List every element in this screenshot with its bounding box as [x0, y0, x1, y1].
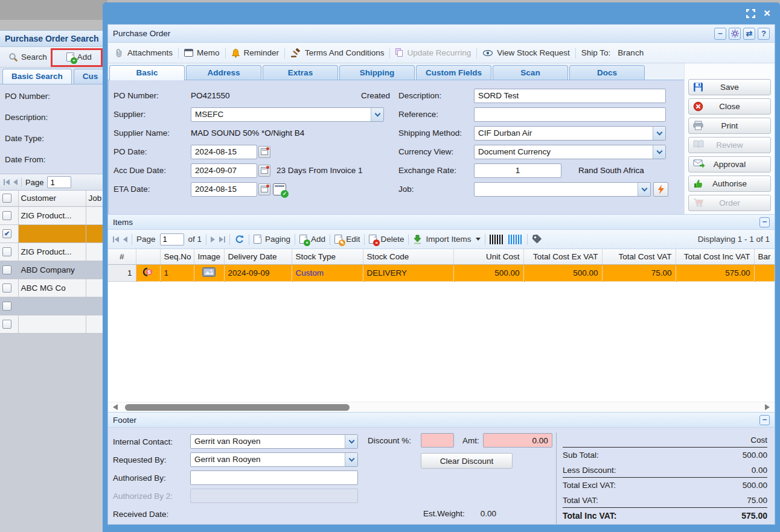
tab-shipping[interactable]: Shipping — [339, 65, 415, 80]
memo-button[interactable]: Memo — [184, 48, 220, 57]
col-image[interactable]: Image — [194, 249, 224, 264]
review-button[interactable]: Review — [688, 137, 771, 153]
approval-button[interactable]: Approval — [688, 156, 771, 173]
settings-button[interactable] — [729, 28, 741, 40]
chevron-down-icon[interactable] — [345, 435, 357, 448]
print-button[interactable]: Print — [688, 118, 771, 134]
import-items-button[interactable]: Import Items — [413, 235, 481, 244]
row-checkbox[interactable] — [2, 283, 11, 293]
tab-docs[interactable]: Docs — [569, 65, 645, 80]
attachments-button[interactable]: Attachments — [114, 48, 173, 58]
items-horizontal-scrollbar[interactable] — [108, 402, 775, 412]
paging-button[interactable]: Paging — [254, 235, 290, 244]
save-button[interactable]: Save — [688, 79, 771, 95]
row-checkbox[interactable]: ✔ — [2, 229, 11, 238]
update-recurring-button[interactable]: Update Recurring — [395, 48, 471, 57]
refresh-button[interactable]: ⇄ — [743, 28, 755, 40]
help-button[interactable]: ? — [758, 28, 770, 40]
supplier-select[interactable]: MSEFC — [191, 107, 384, 122]
barcode-blue-icon[interactable] — [508, 235, 523, 244]
page-input[interactable] — [47, 176, 71, 188]
first-page-icon[interactable] — [113, 236, 119, 242]
previous-page-icon[interactable] — [123, 236, 127, 242]
col-num[interactable]: # — [108, 249, 136, 264]
scrollbar-thumb[interactable] — [125, 404, 350, 411]
items-page-input[interactable] — [160, 233, 184, 245]
table-row[interactable]: ABC MG Co — [0, 279, 107, 297]
tab-custom-search[interactable]: Cus — [74, 69, 107, 84]
po-date-input[interactable] — [191, 145, 257, 159]
close-icon[interactable]: × — [764, 7, 770, 19]
refresh-icon[interactable] — [234, 235, 245, 244]
collapse-items-button[interactable]: − — [759, 217, 770, 227]
collapse-footer-button[interactable]: − — [759, 415, 770, 425]
view-stock-request-button[interactable]: View Stock Request — [482, 48, 570, 57]
tag-icon[interactable] — [532, 234, 542, 244]
col-stock-type[interactable]: Stock Type — [292, 249, 363, 264]
chevron-down-icon[interactable] — [638, 183, 650, 196]
close-button[interactable]: Close — [688, 98, 771, 115]
delete-item-button[interactable]: × Delete — [369, 235, 404, 244]
tab-basic-search[interactable]: Basic Search — [2, 69, 72, 84]
col-delivery-date[interactable]: Delivery Date — [224, 249, 292, 264]
add-item-button[interactable]: + Add — [299, 235, 325, 244]
add-button[interactable]: + Add — [62, 50, 97, 64]
description-input[interactable] — [474, 89, 666, 103]
minimize-button[interactable]: − — [714, 28, 726, 40]
clear-discount-button[interactable]: Clear Discount — [421, 453, 513, 469]
calendar-icon[interactable] — [258, 183, 270, 195]
item-row-selected[interactable]: 1 $ 1 2024-09-09 Custom DELIVERY 500.00 … — [108, 264, 775, 281]
discount-percent-input[interactable] — [421, 433, 454, 448]
exchange-rate-input[interactable] — [474, 163, 561, 178]
ship-to-value[interactable]: Branch — [618, 48, 644, 57]
job-select[interactable] — [474, 182, 651, 197]
currency-view-select[interactable]: Document Currency — [474, 145, 666, 159]
terms-and-conditions-button[interactable]: Terms And Conditions — [290, 48, 384, 58]
calendar-icon[interactable] — [258, 165, 270, 177]
scroll-right-icon[interactable] — [765, 404, 770, 410]
col-barcode[interactable]: Bar — [754, 249, 775, 264]
col-unit-cost[interactable]: Unit Cost — [453, 249, 523, 264]
barcode-black-icon[interactable] — [490, 235, 504, 244]
table-row[interactable]: ZIG Product... — [0, 242, 107, 261]
tab-custom-fields[interactable]: Custom Fields — [416, 65, 491, 80]
shipping-method-select[interactable]: CIF Durban Air — [474, 126, 666, 141]
reminder-button[interactable]: Reminder — [231, 48, 280, 58]
table-row[interactable] — [0, 297, 107, 315]
col-seq[interactable]: Seq.No — [160, 249, 194, 264]
next-page-icon[interactable] — [211, 236, 215, 242]
row-checkbox[interactable] — [2, 247, 11, 256]
select-all-checkbox[interactable] — [2, 194, 11, 203]
chevron-down-icon[interactable] — [345, 453, 357, 466]
eta-date-input[interactable] — [191, 182, 257, 197]
edit-item-button[interactable]: ✎ Edit — [334, 235, 360, 244]
previous-page-icon[interactable] — [13, 179, 18, 185]
table-row[interactable] — [0, 315, 107, 333]
requested-by-select[interactable]: Gerrit van Rooyen — [190, 452, 358, 467]
tab-extras[interactable]: Extras — [263, 65, 338, 80]
first-page-icon[interactable] — [4, 179, 10, 185]
col-icon[interactable] — [136, 249, 160, 264]
delivery-schedule-icon[interactable] — [273, 183, 286, 195]
reference-input[interactable] — [474, 107, 666, 122]
quick-job-button[interactable] — [653, 182, 668, 197]
chevron-down-icon[interactable] — [653, 127, 665, 140]
internal-contact-select[interactable]: Gerrit van Rooyen — [190, 434, 358, 449]
authorised-by-input[interactable] — [190, 470, 358, 485]
table-row[interactable]: ABD Company — [0, 261, 107, 279]
acc-due-date-input[interactable] — [191, 163, 257, 178]
calendar-icon[interactable] — [258, 146, 270, 158]
row-checkbox[interactable] — [2, 320, 11, 329]
col-total-vat[interactable]: Total Cost VAT — [602, 249, 676, 264]
row-checkbox[interactable] — [2, 302, 11, 311]
search-button[interactable]: Search — [4, 50, 52, 65]
order-button[interactable]: Order — [688, 195, 771, 211]
row-checkbox[interactable] — [2, 265, 11, 274]
tab-address[interactable]: Address — [186, 65, 261, 80]
row-checkbox[interactable] — [2, 211, 11, 220]
chevron-down-icon[interactable] — [371, 108, 383, 121]
scroll-left-icon[interactable] — [113, 404, 118, 410]
col-total-ex-vat[interactable]: Total Cost Ex VAT — [523, 249, 602, 264]
tab-scan[interactable]: Scan — [493, 65, 568, 80]
table-row[interactable]: ZIG Product... — [0, 206, 107, 224]
